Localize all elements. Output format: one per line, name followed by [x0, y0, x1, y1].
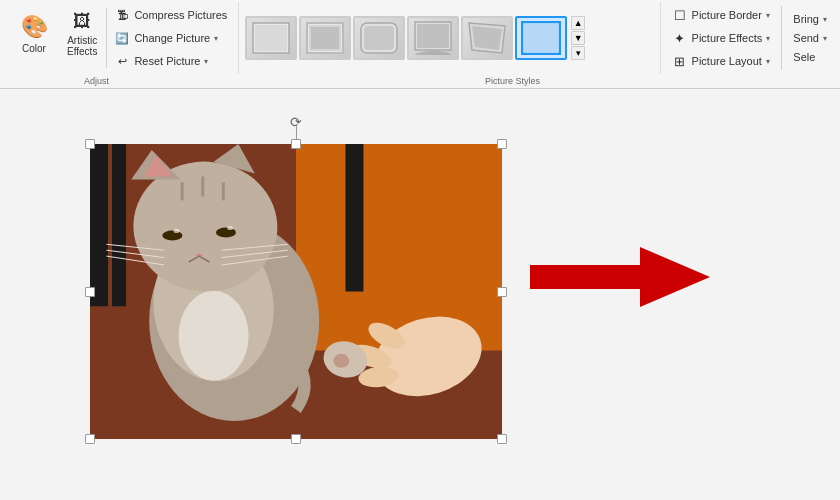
bring-button[interactable]: Bring ▾ [788, 10, 832, 28]
style-thumb-4[interactable] [407, 16, 459, 60]
reset-icon: ↩ [114, 53, 130, 69]
cat-image [90, 144, 502, 439]
color-label: Color [22, 43, 46, 54]
styles-section-label: Picture Styles [189, 76, 836, 86]
svg-marker-11 [472, 26, 502, 50]
select-label: Sele [793, 51, 815, 63]
adjust-group: 🎨 Color 🖼 Artistic Effects 🗜 Compress Pi… [4, 2, 239, 74]
right-group: ☐ Picture Border ▾ ✦ Picture Effects ▾ ⊞… [663, 2, 780, 74]
change-picture-button[interactable]: 🔄 Change Picture ▾ [109, 27, 223, 49]
artistic-effects-button[interactable]: 🖼 Artistic Effects [60, 4, 104, 62]
color-button[interactable]: 🎨 Color [10, 4, 58, 62]
arrange-group: Bring ▾ Send ▾ Sele [784, 2, 836, 74]
handle-bottom-left[interactable] [85, 434, 95, 444]
handle-middle-left[interactable] [85, 287, 95, 297]
canvas-area: ⟳ [0, 89, 840, 500]
change-chevron: ▾ [214, 34, 218, 43]
layout-icon: ⊞ [672, 53, 688, 69]
bring-label: Bring [793, 13, 819, 25]
handle-top-center[interactable] [291, 139, 301, 149]
styles-scroll: ▲ ▼ ▾ [571, 16, 585, 60]
border-icon: ☐ [672, 7, 688, 23]
svg-rect-1 [255, 25, 287, 51]
compress-label: Compress Pictures [134, 9, 227, 21]
styles-scroll-more[interactable]: ▾ [571, 46, 585, 60]
effects-label: Effects [67, 46, 97, 57]
send-button[interactable]: Send ▾ [788, 29, 832, 47]
reset-label: Reset Picture [134, 55, 200, 67]
handle-middle-right[interactable] [497, 287, 507, 297]
ribbon-toolbar: 🎨 Color 🖼 Artistic Effects 🗜 Compress Pi… [0, 0, 840, 76]
svg-rect-8 [417, 24, 449, 48]
effects-icon: ✦ [672, 30, 688, 46]
styles-inner: ▲ ▼ ▾ [245, 4, 655, 72]
svg-point-9 [415, 51, 451, 55]
styles-scroll-up[interactable]: ▲ [571, 16, 585, 30]
style-thumb-1[interactable] [245, 16, 297, 60]
styles-scroll-down[interactable]: ▼ [571, 31, 585, 45]
style-thumb-2[interactable] [299, 16, 351, 60]
select-button[interactable]: Sele [788, 48, 832, 66]
adjust-section-label: Adjust [4, 76, 189, 86]
picture-styles-group: ▲ ▼ ▾ [241, 2, 660, 74]
border-label: Picture Border [692, 9, 762, 21]
red-arrow [530, 247, 710, 307]
change-label: Change Picture [134, 32, 210, 44]
reset-chevron: ▾ [204, 57, 208, 66]
style-thumb-3[interactable] [353, 16, 405, 60]
artistic-label: Artistic [67, 35, 97, 46]
color-icon: 🎨 [20, 13, 48, 41]
canvas-inner: ⟳ [0, 89, 840, 500]
picture-border-button[interactable]: ☐ Picture Border ▾ [667, 4, 776, 26]
image-container[interactable]: ⟳ [90, 144, 502, 439]
send-label: Send [793, 32, 819, 44]
layout-label: Picture Layout [692, 55, 762, 67]
handle-top-left[interactable] [85, 139, 95, 149]
cat-canvas [90, 144, 502, 439]
svg-rect-6 [364, 26, 394, 50]
reset-picture-button[interactable]: ↩ Reset Picture ▾ [109, 50, 213, 72]
picture-layout-button[interactable]: ⊞ Picture Layout ▾ [667, 50, 776, 72]
change-picture-icon: 🔄 [114, 30, 130, 46]
style-thumb-5[interactable] [461, 16, 513, 60]
picture-effects-button[interactable]: ✦ Picture Effects ▾ [667, 27, 776, 49]
adjust-small-buttons: 🗜 Compress Pictures 🔄 Change Picture ▾ ↩… [109, 4, 232, 72]
style-thumb-6[interactable] [515, 16, 567, 60]
svg-marker-14 [530, 247, 710, 307]
handle-bottom-center[interactable] [291, 434, 301, 444]
effects-label-right: Picture Effects [692, 32, 763, 44]
ribbon-labels: Adjust Picture Styles [0, 76, 840, 88]
compress-icon: 🗜 [114, 7, 130, 23]
handle-bottom-right[interactable] [497, 434, 507, 444]
svg-rect-4 [311, 27, 339, 49]
artistic-icon: 🖼 [68, 9, 96, 33]
ribbon: 🎨 Color 🖼 Artistic Effects 🗜 Compress Pi… [0, 0, 840, 89]
compress-button[interactable]: 🗜 Compress Pictures [109, 4, 232, 26]
svg-rect-13 [524, 24, 558, 52]
handle-top-right[interactable] [497, 139, 507, 149]
